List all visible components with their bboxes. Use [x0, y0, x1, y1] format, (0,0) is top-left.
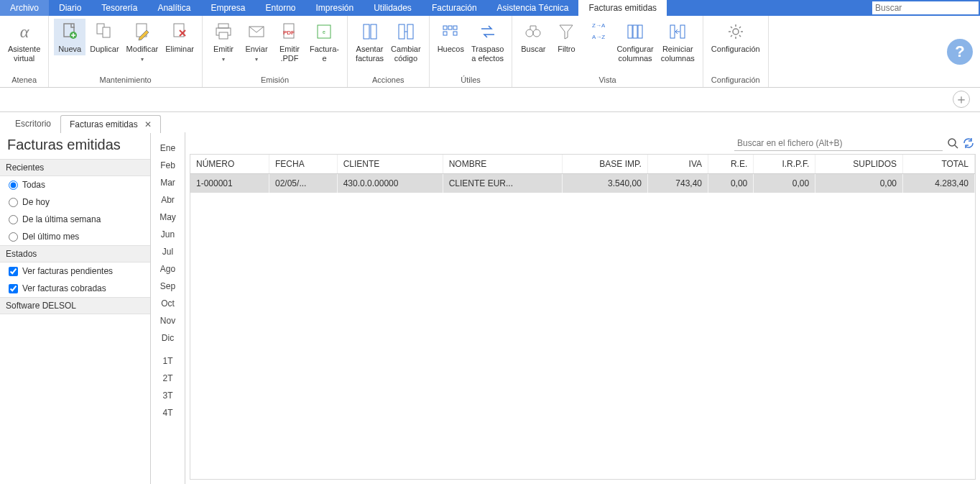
filter-hoy[interactable]: De hoy — [0, 193, 150, 211]
table-row[interactable]: 1-00000102/05/...430.0.0.00000CLIENTE EU… — [190, 174, 975, 193]
month-ene[interactable]: Ene — [151, 140, 185, 157]
menu-diario[interactable]: Diario — [49, 0, 91, 16]
svg-point-25 — [533, 29, 540, 37]
add-tab-button[interactable]: ＋ — [953, 91, 970, 108]
month-oct[interactable]: Oct — [151, 295, 185, 312]
col-re[interactable]: R.E. — [708, 155, 754, 174]
month-nov[interactable]: Nov — [151, 312, 185, 329]
ribbon-btn-nueva[interactable]: Nueva — [54, 19, 85, 55]
tab-label: Escritorio — [15, 119, 51, 129]
help-icon: ? — [955, 42, 964, 61]
ribbon-btn-duplicar[interactable]: Duplicar — [87, 19, 121, 55]
quarter-3t[interactable]: 3T — [151, 387, 185, 404]
ribbon-btn-label: Asentarfacturas — [356, 45, 384, 63]
month-feb[interactable]: Feb — [151, 157, 185, 174]
sort-icon: Z→AA→Z — [586, 20, 609, 43]
book-icon — [359, 20, 382, 43]
horizontal-scrollbar[interactable] — [190, 467, 975, 479]
close-icon[interactable]: ✕ — [144, 119, 152, 129]
doc-del-icon — [168, 20, 191, 43]
filter-semana[interactable]: De la última semana — [0, 211, 150, 228]
menu-asistencia[interactable]: Asistencia Técnica — [487, 0, 579, 16]
month-abr[interactable]: Abr — [151, 191, 185, 209]
ribbon-btn-asistente-virtual[interactable]: αAsistentevirtual — [5, 19, 43, 64]
ribbon-btn-huecos[interactable]: Huecos — [435, 19, 467, 55]
menu-facturacion[interactable]: Facturación — [422, 0, 487, 16]
ribbon-btn-traspaso-a-efectos[interactable]: Traspasoa efectos — [468, 19, 507, 64]
state-cobradas[interactable]: Ver facturas cobradas — [0, 280, 150, 297]
refresh-icon[interactable] — [963, 137, 974, 149]
ribbon-btn-reiniciar-columnas[interactable]: Reiniciarcolumnas — [658, 19, 698, 64]
svg-rect-15 — [364, 24, 369, 39]
funnel-icon — [555, 20, 578, 43]
menu-entorno[interactable]: Entorno — [255, 0, 305, 16]
quarter-4t[interactable]: 4T — [151, 404, 185, 421]
month-mar[interactable]: Mar — [151, 174, 185, 191]
menu-impresion[interactable]: Impresión — [305, 0, 364, 16]
cols-cfg-icon — [624, 20, 647, 43]
ribbon-group-acciones: AsentarfacturasCambiarcódigoAcciones — [348, 16, 430, 87]
ribbon-btn-label: Emitir.PDF — [279, 45, 300, 63]
tab-label: Facturas emitidas — [70, 119, 138, 129]
table-area: NÚMEROFECHACLIENTENOMBREBASE IMP.IVAR.E.… — [185, 132, 980, 484]
quarter-1t[interactable]: 1T — [151, 352, 185, 370]
col-iva[interactable]: IVA — [647, 155, 708, 174]
ribbon-btn-filtro[interactable]: Filtro — [550, 19, 582, 55]
svg-rect-20 — [448, 26, 452, 29]
menu-archivo[interactable]: Archivo — [0, 0, 49, 16]
ribbon-btn-sort[interactable]: Z→AA→Z — [583, 19, 612, 46]
menu-empresa[interactable]: Empresa — [200, 0, 255, 16]
month-jul[interactable]: Jul — [151, 243, 185, 260]
ribbon-btn-asentar-facturas[interactable]: Asentarfacturas — [353, 19, 387, 64]
month-jun[interactable]: Jun — [151, 226, 185, 243]
alpha-icon: α — [13, 20, 36, 43]
grid: NÚMEROFECHACLIENTENOMBREBASE IMP.IVAR.E.… — [190, 154, 976, 480]
quarter-2t[interactable]: 2T — [151, 370, 185, 387]
svg-text:A→Z: A→Z — [592, 34, 605, 40]
sidebar: Facturas emitidas Recientes Todas De hoy… — [0, 132, 151, 484]
svg-text:e: e — [323, 29, 326, 35]
ribbon-btn-emitir[interactable]: Emitir▾ — [208, 19, 239, 64]
ribbon-btn-configurar-columnas[interactable]: Configurarcolumnas — [614, 19, 656, 64]
svg-rect-9 — [219, 32, 228, 39]
col-suplidos[interactable]: SUPLIDOS — [815, 155, 903, 174]
col-total[interactable]: TOTAL — [903, 155, 975, 174]
col-cliente[interactable]: CLIENTE — [337, 155, 443, 174]
tab-facturas-emitidas[interactable]: Facturas emitidas ✕ — [60, 115, 161, 133]
month-ago[interactable]: Ago — [151, 260, 185, 278]
search-icon[interactable] — [947, 137, 958, 149]
ribbon-btn-configuración[interactable]: Configuración — [708, 19, 763, 55]
ribbon-btn-label: Modificar▾ — [126, 45, 159, 63]
col-nombre[interactable]: NOMBRE — [443, 155, 563, 174]
main-area: Facturas emitidas Recientes Todas De hoy… — [0, 132, 980, 484]
month-may[interactable]: May — [151, 209, 185, 226]
ribbon-btn-emitir-pdf[interactable]: PDFEmitir.PDF — [274, 19, 305, 64]
ribbon-btn-label: Buscar — [521, 45, 545, 54]
global-search-input[interactable] — [872, 1, 979, 14]
menu-tesoreria[interactable]: Tesorería — [91, 0, 147, 16]
filter-mes[interactable]: Del último mes — [0, 228, 150, 245]
state-pendientes[interactable]: Ver facturas pendientes — [0, 262, 150, 280]
ribbon-btn-enviar[interactable]: Enviar▾ — [241, 19, 272, 64]
grid-search-input[interactable] — [734, 136, 943, 151]
month-dic[interactable]: Dic — [151, 329, 185, 347]
menu-utilidades[interactable]: Utilidades — [364, 0, 422, 16]
filter-todas[interactable]: Todas — [0, 176, 150, 193]
col-irpf[interactable]: I.R.P.F. — [754, 155, 815, 174]
col-baseimp[interactable]: BASE IMP. — [563, 155, 647, 174]
col-fecha[interactable]: FECHA — [269, 155, 338, 174]
ribbon-btn-cambiar-código[interactable]: Cambiarcódigo — [388, 19, 424, 64]
ribbon-btn-buscar[interactable]: Buscar — [517, 19, 549, 55]
menu-facturas-emitidas[interactable]: Facturas emitidas — [578, 0, 667, 16]
month-sep[interactable]: Sep — [151, 278, 185, 295]
help-button[interactable]: ? — [947, 39, 973, 65]
ribbon-btn-eliminar[interactable]: Eliminar — [162, 19, 197, 55]
tab-escritorio[interactable]: Escritorio — [6, 114, 60, 132]
ribbon-btn-factura--e[interactable]: eFactura-e — [307, 19, 342, 64]
svg-rect-30 — [638, 25, 642, 38]
menu-analitica[interactable]: Analítica — [147, 0, 200, 16]
doc-edit-icon — [131, 20, 154, 43]
col-número[interactable]: NÚMERO — [190, 155, 269, 174]
ribbon-btn-modificar[interactable]: Modificar▾ — [124, 19, 162, 64]
gaps-icon — [439, 20, 462, 43]
